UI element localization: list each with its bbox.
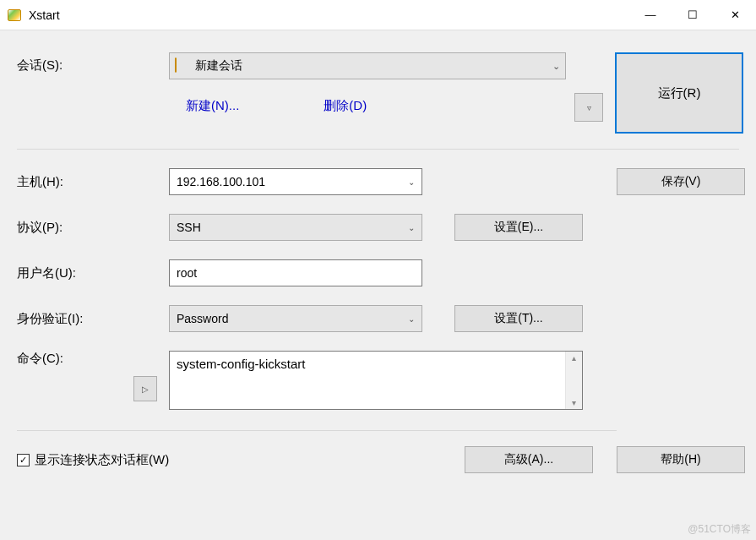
auth-combo[interactable]: Password ⌄: [169, 305, 422, 332]
protocol-label: 协议(P):: [17, 220, 169, 236]
delete-session-link[interactable]: 删除(D): [324, 98, 367, 114]
auth-value: Password: [177, 312, 408, 325]
protocol-settings-button[interactable]: 设置(E)...: [454, 214, 583, 241]
connection-section: 主机(H): 192.168.100.101 ⌄ 协议(P): SSH ⌄: [17, 150, 739, 473]
command-label: 命令(C):: [17, 351, 169, 367]
protocol-value: SSH: [177, 221, 408, 234]
session-icon: [175, 58, 190, 74]
footer-row: ✓ 显示连接状态对话框(W) 高级(A)... 帮助(H): [17, 431, 617, 473]
advanced-button[interactable]: 高级(A)...: [465, 446, 593, 473]
scroll-down-icon: ▾: [572, 398, 576, 407]
chevron-down-icon: ⌄: [552, 61, 560, 72]
chevron-down-icon: ⌄: [408, 177, 415, 187]
show-status-checkbox[interactable]: ✓ 显示连接状态对话框(W): [17, 452, 465, 468]
window-controls: — ☐ ✕: [629, 0, 756, 30]
chevron-down-icon: ⌄: [408, 223, 415, 232]
window-title: Xstart: [29, 8, 629, 22]
session-selected-text: 新建会话: [195, 58, 552, 74]
close-button[interactable]: ✕: [714, 0, 756, 30]
run-button[interactable]: 运行(R): [615, 52, 743, 134]
host-combo[interactable]: 192.168.100.101 ⌄: [169, 168, 422, 195]
command-scrollbar[interactable]: ▴ ▾: [565, 352, 582, 409]
new-session-link[interactable]: 新建(N)...: [186, 98, 239, 114]
watermark: @51CTO博客: [688, 522, 751, 537]
host-value: 192.168.100.101: [177, 175, 408, 188]
username-label: 用户名(U):: [17, 265, 169, 281]
auth-settings-button[interactable]: 设置(T)...: [454, 305, 583, 332]
session-select[interactable]: 新建会话 ⌄: [169, 52, 566, 79]
scroll-up-icon: ▴: [572, 353, 576, 363]
title-bar: Xstart — ☐ ✕: [0, 0, 756, 30]
command-textarea-wrap: ▴ ▾: [169, 351, 583, 410]
command-textarea[interactable]: [170, 352, 565, 409]
chevron-down-icon: ⌄: [408, 314, 415, 324]
session-dropdown-button[interactable]: ▿: [574, 93, 603, 122]
protocol-combo[interactable]: SSH ⌄: [169, 214, 422, 241]
username-input[interactable]: [169, 259, 422, 286]
auth-label: 身份验证(I):: [17, 311, 169, 327]
maximize-button[interactable]: ☐: [672, 0, 714, 30]
show-status-label: 显示连接状态对话框(W): [35, 452, 169, 468]
app-icon: [7, 8, 22, 23]
host-label: 主机(H):: [17, 174, 169, 190]
session-section: 会话(S): 新建会话 ⌄ 新建(N)... 删除(D) ▿ 运行(R): [17, 30, 739, 150]
command-expand-button[interactable]: ▷: [133, 376, 157, 401]
checkbox-icon: ✓: [17, 454, 30, 466]
minimize-button[interactable]: —: [629, 0, 672, 30]
session-label: 会话(S):: [17, 52, 169, 74]
save-button[interactable]: 保存(V): [617, 168, 745, 195]
